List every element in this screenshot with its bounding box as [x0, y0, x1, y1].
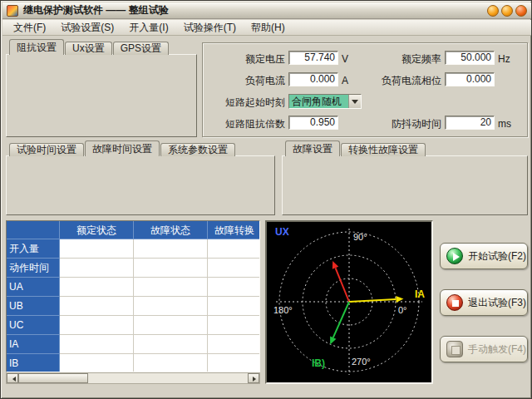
- menu-test-operation[interactable]: 试验操作(T): [176, 19, 244, 37]
- manual-trigger-label: 手动触发(F4): [468, 342, 526, 357]
- table-cell: [60, 335, 134, 354]
- fault-tabs: 故障设置 转换性故障设置: [285, 140, 426, 156]
- polar-label-180: 180°: [273, 305, 293, 315]
- polar-label-0: 0°: [398, 305, 407, 315]
- load-current-input[interactable]: 0.000: [288, 72, 338, 86]
- table-row: 动作时间: [7, 259, 259, 278]
- table-cell: [134, 297, 208, 316]
- table-cell: [60, 259, 134, 278]
- chevron-down-icon[interactable]: [348, 95, 361, 108]
- table-cell: [208, 239, 260, 259]
- polar-label-90: 90°: [353, 232, 367, 242]
- vector-diagram-svg: UX 90° 180° 0° IA 270° IB): [267, 222, 431, 382]
- menubar: 文件(F) 试验设置(S) 开入量(I) 试验操作(T) 帮助(H): [2, 20, 531, 36]
- tab-gps-settings[interactable]: GPS设置: [113, 42, 169, 55]
- table-cell: [60, 278, 134, 297]
- tab-system-param-settings[interactable]: 系统参数设置: [160, 143, 235, 156]
- vector-arrowhead-IA: [396, 296, 403, 303]
- minimize-button[interactable]: [487, 5, 499, 17]
- table-cell: [208, 259, 260, 278]
- column-rated-state: 额定状态: [60, 221, 134, 239]
- table-cell: [134, 278, 208, 297]
- start-test-button[interactable]: 开始试验(F2): [440, 243, 528, 269]
- table-cell: [208, 335, 260, 354]
- scrollbar-track[interactable]: [88, 373, 248, 383]
- app-window: 继电保护测试软件 —— 整组试验 文件(F) 试验设置(S) 开入量(I) 试验…: [0, 0, 532, 399]
- polar-label-ib: IB): [312, 357, 325, 369]
- table-row: UC: [7, 316, 259, 335]
- short-start-label: 短路起始时刻: [205, 96, 285, 110]
- table-cell: [134, 316, 208, 335]
- table-cell: [60, 297, 134, 316]
- rated-voltage-input[interactable]: 57.740: [288, 51, 338, 65]
- scroll-right-icon[interactable]: [248, 373, 259, 383]
- row-label: 动作时间: [7, 259, 60, 278]
- column-fault-switch: 故障转换: [208, 221, 260, 239]
- titlebar: 继电保护测试软件 —— 整组试验: [2, 2, 531, 19]
- row-label: UA: [7, 278, 60, 297]
- table-row: IB: [7, 354, 259, 372]
- table-row: UA: [7, 278, 259, 297]
- play-icon: [446, 248, 463, 264]
- table-cell: [208, 354, 260, 372]
- load-phase-input[interactable]: 0.000: [445, 72, 495, 86]
- load-current-label: 负荷电流: [205, 74, 285, 88]
- fault-panel: [282, 155, 528, 215]
- short-start-combobox[interactable]: 合闸角随机: [288, 94, 362, 109]
- window-controls: [487, 5, 527, 17]
- tab-ux-settings[interactable]: Ux设置: [65, 42, 112, 55]
- rated-voltage-unit: V: [342, 52, 348, 66]
- menu-help[interactable]: 帮助(H): [244, 19, 293, 37]
- manual-trigger-button[interactable]: 手动触发(F4): [440, 336, 528, 362]
- impedance-ratio-input[interactable]: 0.950: [288, 116, 338, 130]
- polar-label-ia: IA: [415, 288, 425, 300]
- menu-file[interactable]: 文件(F): [6, 19, 53, 37]
- table-row: IA: [7, 335, 259, 354]
- tab-fault-time-settings[interactable]: 故障时间设置: [85, 140, 160, 156]
- table-cell: [60, 354, 134, 372]
- table-cell: [134, 259, 208, 278]
- start-test-label: 开始试验(F2): [468, 249, 526, 264]
- rated-frequency-unit: Hz: [498, 52, 510, 66]
- short-start-value: 合闸角随机: [289, 95, 348, 108]
- load-current-unit: A: [342, 74, 348, 88]
- exit-test-label: 退出试验(F3): [468, 296, 526, 310]
- row-label: UB: [7, 297, 60, 316]
- table-cell: [134, 354, 208, 372]
- table-horizontal-scrollbar[interactable]: [6, 372, 260, 384]
- exit-test-button[interactable]: 退出试验(F3): [440, 289, 528, 316]
- menu-test-settings[interactable]: 试验设置(S): [53, 19, 121, 37]
- load-phase-label: 负荷电流相位: [358, 74, 441, 88]
- row-label: 开入量: [7, 239, 60, 259]
- tab-impedance-settings[interactable]: 阻抗设置: [9, 39, 64, 55]
- close-button[interactable]: [515, 5, 527, 17]
- rated-frequency-input[interactable]: 50.000: [445, 51, 495, 65]
- row-label: UC: [7, 316, 60, 335]
- tab-test-time-settings[interactable]: 试验时间设置: [9, 143, 84, 156]
- impedance-panel: [6, 54, 197, 137]
- table-cell: [60, 239, 134, 259]
- tab-conversion-fault-settings[interactable]: 转换性故障设置: [341, 143, 426, 156]
- table-cell: [134, 239, 208, 259]
- vector-U: [336, 268, 349, 302]
- impedance-ratio-label: 短路阻抗倍数: [205, 117, 285, 131]
- table-header-row: 额定状态 故障状态 故障转换: [7, 221, 259, 239]
- debounce-input[interactable]: 20: [445, 116, 495, 130]
- scrollbar-thumb[interactable]: [18, 373, 88, 383]
- polar-label-270: 270°: [352, 357, 371, 367]
- menu-binary-input[interactable]: 开入量(I): [121, 19, 175, 37]
- stop-icon: [446, 294, 463, 311]
- maximize-button[interactable]: [501, 5, 513, 17]
- time-panel: [6, 155, 275, 215]
- polar-label-ux: UX: [275, 226, 289, 238]
- app-icon: [7, 5, 18, 17]
- table-row: 开入量: [7, 239, 259, 259]
- scroll-left-icon[interactable]: [7, 373, 18, 383]
- tab-fault-settings[interactable]: 故障设置: [285, 140, 340, 156]
- rated-frequency-label: 额定频率: [358, 52, 441, 66]
- vector-IB: [333, 302, 349, 337]
- column-fault-state: 故障状态: [134, 221, 208, 239]
- impedance-tabs: 阻抗设置 Ux设置 GPS设置: [9, 39, 170, 55]
- debounce-unit: ms: [498, 117, 511, 131]
- manual-trigger-icon: [446, 341, 463, 357]
